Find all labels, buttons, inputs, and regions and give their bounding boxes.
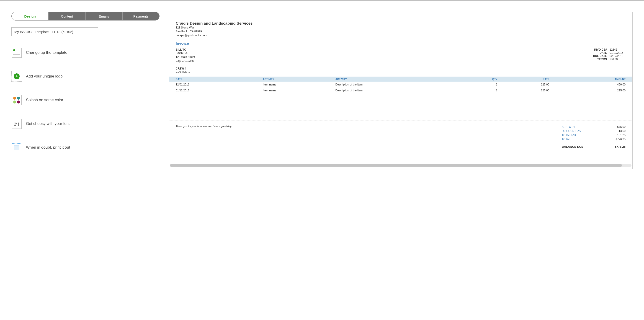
bill-to-addr1: 123 Main Street xyxy=(176,55,195,59)
option-font[interactable]: Ff Get choosy with your font xyxy=(12,118,160,129)
bill-to-label: BILL TO xyxy=(176,48,195,51)
option-change-template[interactable]: Change up the template xyxy=(12,48,160,58)
horizontal-scrollbar[interactable] xyxy=(170,164,632,166)
col-activity-desc: ACTIVITY xyxy=(333,76,461,82)
table-row: 12/01/2016 Item name Description of the … xyxy=(169,82,632,88)
invoice-preview: Craig's Design and Landscaping Services … xyxy=(169,12,632,169)
line-items-table: DATE ACTIVITY ACTIVITY QTY RATE AMOUNT 1… xyxy=(169,76,632,94)
crew-value: CUSTOM-1 xyxy=(176,70,626,74)
invoice-meta: INVOICE#12345 DATE01/12/2016 DUE DATE02/… xyxy=(593,48,626,63)
option-label: Splash on some color xyxy=(26,98,63,102)
col-activity: ACTIVITY xyxy=(260,76,333,82)
add-logo-icon: + xyxy=(12,71,22,82)
crew-label: CREW # xyxy=(176,67,626,70)
document-title: Invoice xyxy=(176,41,626,46)
option-label: When in doubt, print it out xyxy=(26,145,70,150)
totals-block: SUBTOTAL675.00 DISCOUNT 2%-13.50 TOTAL T… xyxy=(562,125,626,149)
font-icon: Ff xyxy=(12,119,22,129)
option-add-logo[interactable]: + Add your unique logo xyxy=(12,71,160,82)
bill-to-name: Smith Co. xyxy=(176,51,195,55)
tab-payments[interactable]: Payments xyxy=(122,12,159,20)
option-color[interactable]: Splash on some color xyxy=(12,95,160,105)
tab-content[interactable]: Content xyxy=(48,12,86,20)
company-email: noreply@quickbooks.com xyxy=(176,34,626,38)
option-print[interactable]: When in doubt, print it out xyxy=(12,142,160,153)
col-rate: RATE xyxy=(500,76,552,82)
color-palette-icon xyxy=(12,95,22,105)
col-qty: QTY xyxy=(460,76,500,82)
table-row: 01/12/2016 Item name Description of the … xyxy=(169,88,632,94)
company-addr1: 123 Sierra Way xyxy=(176,26,626,30)
company-addr2: San Pablo, CA 87999 xyxy=(176,30,626,34)
thank-you-message: Thank you for your business and have a g… xyxy=(176,125,555,149)
tab-emails[interactable]: Emails xyxy=(86,12,122,20)
company-name: Craig's Design and Landscaping Services xyxy=(176,21,626,26)
print-layout-icon xyxy=(12,142,22,152)
template-name-input[interactable] xyxy=(12,27,98,36)
tab-design[interactable]: Design xyxy=(12,12,48,20)
tab-bar: Design Content Emails Payments xyxy=(12,12,160,20)
col-date: DATE xyxy=(169,76,260,82)
option-label: Change up the template xyxy=(26,50,67,55)
bill-to-addr2: City, CA 12345 xyxy=(176,59,195,63)
option-label: Get choosy with your font xyxy=(26,122,70,126)
option-label: Add your unique logo xyxy=(26,74,63,79)
col-amount: AMOUNT xyxy=(552,76,632,82)
template-icon xyxy=(12,48,22,58)
